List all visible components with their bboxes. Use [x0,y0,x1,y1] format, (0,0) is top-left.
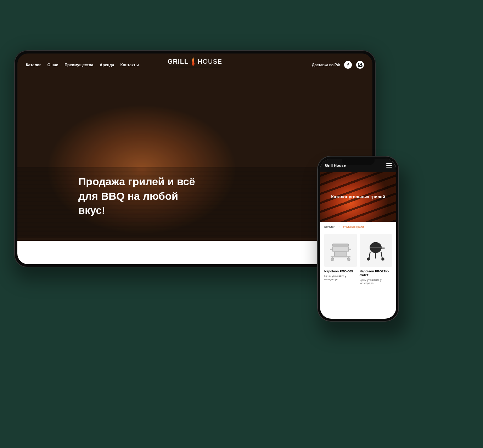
grill-icon [328,239,353,261]
nav-item-contacts[interactable]: Контакты [120,63,139,67]
svg-rect-2 [334,252,347,257]
hamburger-icon[interactable] [386,163,392,168]
svg-point-5 [347,258,350,261]
top-nav: Каталог О нас Преимущества Аренда Контак… [17,53,372,76]
product-grid: Napoleon PRO-605 Цены уточняйте у менедж… [320,230,396,319]
product-image [360,234,392,267]
product-card[interactable]: Napoleon PRO-605 Цены уточняйте у менедж… [324,234,357,285]
grill-icon [364,240,388,261]
logo-divider [169,67,221,67]
breadcrumb-root[interactable]: Каталог [324,225,335,228]
nav-item-catalog[interactable]: Каталог [26,63,41,67]
product-card[interactable]: Napoleon PRO22K-CART Цены уточняйте у ме… [360,234,392,285]
nav-item-rent[interactable]: Аренда [100,63,114,67]
product-price: Цены уточняйте у менеджера [360,278,392,285]
mobile-hero-title: Каталог угольных грилей [327,194,388,199]
hero-title: Продажа грилей и всё для BBQ на любой вк… [78,175,199,218]
svg-rect-7 [349,249,351,250]
product-name: Napoleon PRO22K-CART [360,270,392,277]
mobile-hero: Каталог угольных грилей [320,172,396,222]
phone-device: Grill House Каталог угольных грилей Ката… [317,156,399,322]
brand-logo[interactable]: GRILL HOUSE [168,57,222,67]
svg-point-4 [331,258,334,261]
phone-screen: Grill House Каталог угольных грилей Ката… [320,159,396,319]
breadcrumb: Каталог → Угольные грили [320,222,396,230]
delivery-badge: Доставка по РФ [312,63,340,67]
svg-rect-6 [330,249,332,250]
svg-rect-1 [332,244,349,246]
product-price: Цены уточняйте у менеджера [324,274,357,281]
breadcrumb-current: Угольные грили [343,225,364,228]
nav-item-about[interactable]: О нас [47,63,58,67]
flame-icon [191,57,195,66]
chevron-right-icon: → [337,225,340,228]
mobile-brand-title[interactable]: Grill House [325,163,346,168]
product-image [324,234,357,267]
phone-notch [342,158,375,165]
nav-menu: Каталог О нас Преимущества Аренда Контак… [26,63,139,67]
logo-text-right: HOUSE [198,58,222,66]
svg-point-10 [367,257,370,261]
instagram-icon[interactable] [356,61,364,69]
svg-rect-12 [381,248,385,249]
svg-point-11 [381,257,384,261]
product-name: Napoleon PRO-605 [324,270,357,273]
svg-rect-0 [332,246,349,252]
svg-rect-9 [370,247,382,248]
svg-rect-3 [331,256,350,258]
logo-text-left: GRILL [168,58,189,66]
nav-item-advantages[interactable]: Преимущества [64,63,93,67]
facebook-icon[interactable]: f [344,61,352,69]
